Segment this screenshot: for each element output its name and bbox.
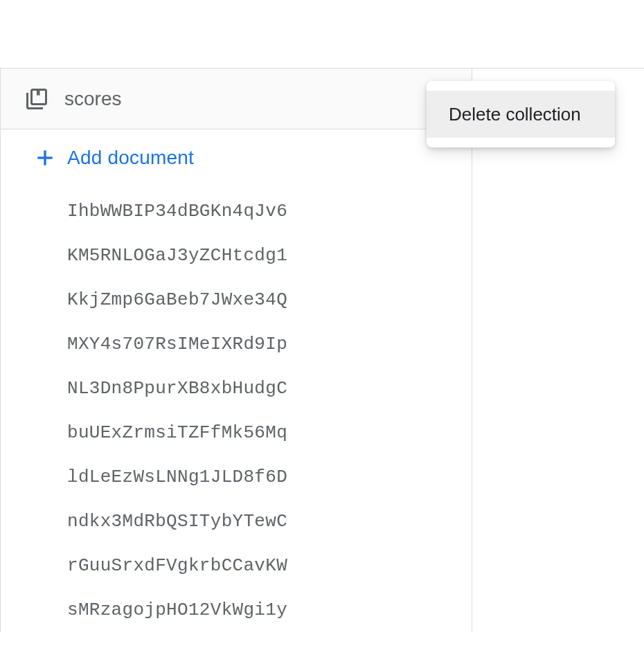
- document-id-label: MXY4s707RsIMeIXRd9Ip: [67, 334, 287, 354]
- document-id-label: ndkx3MdRbQSITybYTewC: [67, 511, 287, 532]
- delete-collection-label: Delete collection: [449, 104, 581, 125]
- document-id-label: sMRzagojpHO12VkWgi1y: [67, 600, 287, 620]
- document-id-label: ldLeEzWsLNNg1JLD8f6D: [67, 467, 287, 487]
- top-spacer: [0, 0, 644, 68]
- add-document-label: Add document: [67, 147, 194, 169]
- document-item[interactable]: ldLeEzWsLNNg1JLD8f6D: [1, 455, 472, 499]
- document-item[interactable]: buUExZrmsiTZFfMk56Mq: [1, 411, 472, 455]
- document-item[interactable]: IhbWWBIP34dBGKn4qJv6: [1, 189, 472, 233]
- context-menu: Delete collection: [427, 81, 615, 147]
- document-item[interactable]: MXY4s707RsIMeIXRd9Ip: [1, 322, 472, 366]
- document-id-label: buUExZrmsiTZFfMk56Mq: [67, 422, 287, 443]
- plus-icon: [34, 147, 56, 169]
- document-id-label: rGuuSrxdFVgkrbCCavKW: [67, 555, 287, 576]
- document-item[interactable]: NL3Dn8PpurXB8xbHudgC: [1, 366, 472, 411]
- document-list: IhbWWBIP34dBGKn4qJv6 KM5RNLOGaJ3yZCHtcdg…: [1, 186, 472, 632]
- document-id-label: IhbWWBIP34dBGKn4qJv6: [67, 201, 287, 222]
- collection-icon: [24, 87, 49, 111]
- document-id-label: KkjZmp6GaBeb7JWxe34Q: [67, 289, 287, 310]
- delete-collection-menu-item[interactable]: Delete collection: [427, 91, 615, 138]
- panel-container: scores Add document IhbWWBIP34dBGKn4qJv6…: [0, 68, 644, 632]
- document-item[interactable]: KM5RNLOGaJ3yZCHtcdg1: [1, 233, 472, 278]
- document-item[interactable]: ndkx3MdRbQSITybYTewC: [1, 499, 472, 543]
- collection-panel: scores Add document IhbWWBIP34dBGKn4qJv6…: [0, 69, 472, 632]
- document-id-label: KM5RNLOGaJ3yZCHtcdg1: [67, 245, 287, 266]
- document-item[interactable]: KkjZmp6GaBeb7JWxe34Q: [1, 278, 472, 322]
- collection-name-label: scores: [64, 88, 427, 110]
- document-id-label: NL3Dn8PpurXB8xbHudgC: [67, 378, 287, 399]
- add-document-button[interactable]: Add document: [1, 129, 472, 186]
- document-item[interactable]: sMRzagojpHO12VkWgi1y: [1, 588, 472, 632]
- collection-panel-header: scores: [1, 69, 472, 129]
- document-item[interactable]: rGuuSrxdFVgkrbCCavKW: [1, 543, 472, 588]
